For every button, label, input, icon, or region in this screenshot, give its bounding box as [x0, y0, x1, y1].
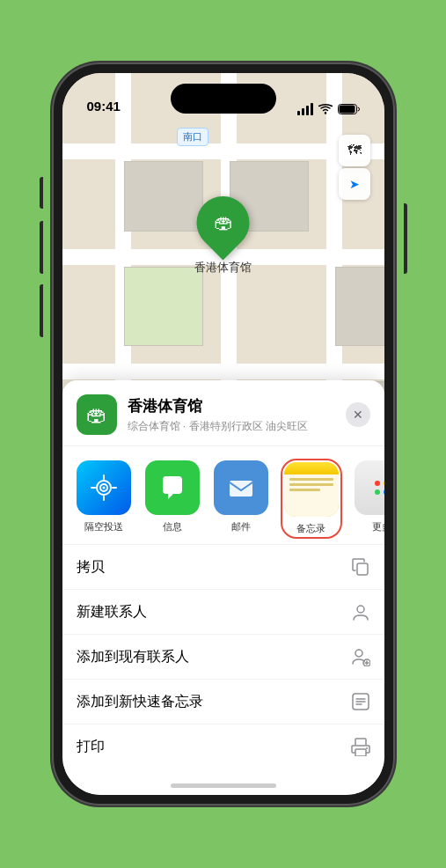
new-contact-label: 新建联系人: [77, 603, 147, 622]
copy-label: 拷贝: [77, 558, 105, 577]
svg-rect-7: [357, 563, 368, 575]
action-copy[interactable]: 拷贝: [62, 545, 384, 590]
svg-point-9: [355, 650, 362, 657]
mail-label: 邮件: [231, 520, 251, 533]
bottom-sheet: 🏟 香港体育馆 综合体育馆 · 香港特别行政区 油尖旺区 ✕: [62, 380, 384, 795]
notes-icon: [284, 462, 339, 517]
svg-rect-13: [355, 749, 366, 756]
battery-icon: [338, 104, 360, 114]
print-label: 打印: [77, 738, 105, 756]
phone-screen: 09:41: [62, 73, 384, 795]
building: [124, 161, 203, 232]
notes-label: 备忘录: [296, 522, 325, 535]
quick-note-icon: [351, 692, 370, 711]
volume-up-button[interactable]: [40, 221, 43, 274]
wifi-icon: [318, 104, 333, 114]
more-label: 更多: [372, 520, 384, 533]
airdrop-icon: [77, 460, 131, 515]
svg-rect-6: [230, 481, 252, 497]
share-app-airdrop[interactable]: 隔空投送: [77, 460, 131, 533]
status-time: 09:41: [87, 99, 121, 115]
venue-name: 香港体育馆: [128, 396, 335, 416]
share-app-mail[interactable]: 邮件: [214, 460, 268, 533]
building: [335, 267, 384, 346]
signal-icon: [297, 103, 313, 115]
status-icons: [297, 103, 360, 115]
share-app-more[interactable]: 更多: [355, 460, 384, 533]
svg-point-14: [366, 747, 368, 749]
home-indicator: [171, 783, 276, 788]
location-icon: ➤: [349, 177, 360, 191]
print-icon: [351, 737, 370, 756]
add-existing-contact-icon: [351, 647, 370, 666]
share-row: 隔空投送 信息: [62, 446, 384, 545]
close-button[interactable]: ✕: [346, 402, 370, 427]
building: [124, 267, 203, 346]
action-add-notes[interactable]: 添加到新快速备忘录: [62, 680, 384, 725]
phone-shell: 09:41: [52, 63, 395, 805]
pin-circle: 🏟: [186, 186, 260, 261]
svg-point-0: [324, 112, 325, 114]
action-print[interactable]: 打印: [62, 725, 384, 769]
action-list: 拷贝 新建联系人 添加到现有联系人: [62, 545, 384, 769]
more-icon: [355, 460, 384, 515]
close-icon: ✕: [353, 408, 363, 422]
location-button[interactable]: ➤: [339, 168, 370, 200]
new-contact-icon: [351, 602, 370, 622]
map-label-south-entrance: 南口: [177, 128, 208, 146]
venue-info: 香港体育馆 综合体育馆 · 香港特别行政区 油尖旺区: [128, 396, 335, 434]
venue-subtitle: 综合体育馆 · 香港特别行政区 油尖旺区: [128, 419, 335, 434]
add-existing-label: 添加到现有联系人: [77, 648, 189, 666]
svg-point-8: [357, 606, 364, 613]
action-add-existing[interactable]: 添加到现有联系人: [62, 635, 384, 680]
venue-icon: 🏟: [77, 394, 117, 435]
map-type-button[interactable]: 🗺: [339, 135, 370, 166]
map-pin: 🏟 香港体育馆: [194, 196, 252, 276]
action-new-contact[interactable]: 新建联系人: [62, 590, 384, 635]
volume-down-button[interactable]: [40, 284, 43, 337]
svg-rect-12: [355, 739, 366, 746]
svg-rect-2: [339, 106, 355, 114]
dynamic-island: [171, 84, 276, 114]
airdrop-label: 隔空投送: [84, 520, 123, 533]
map-type-icon: 🗺: [347, 143, 362, 158]
mail-icon: [214, 460, 268, 515]
power-button[interactable]: [404, 203, 407, 274]
stadium-icon: 🏟: [214, 211, 233, 234]
add-notes-label: 添加到新快速备忘录: [77, 693, 203, 711]
messages-icon: [145, 460, 200, 515]
share-apps-container: 隔空投送 信息: [77, 460, 370, 537]
venue-header: 🏟 香港体育馆 综合体育馆 · 香港特别行政区 油尖旺区 ✕: [62, 380, 384, 446]
share-app-notes[interactable]: 备忘录: [282, 460, 340, 537]
stadium-venue-icon: 🏟: [86, 402, 107, 427]
pin-label: 香港体育馆: [194, 260, 252, 276]
share-app-messages[interactable]: 信息: [145, 460, 200, 533]
messages-label: 信息: [163, 520, 182, 533]
copy-icon: [351, 557, 370, 577]
mute-button[interactable]: [40, 177, 43, 209]
svg-point-5: [102, 487, 105, 489]
map-controls: 🗺 ➤: [339, 135, 370, 200]
